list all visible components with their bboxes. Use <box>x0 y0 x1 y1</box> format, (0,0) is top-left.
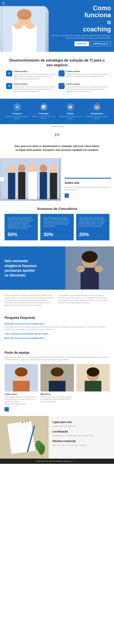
header-content: Como funciona o coaching Lorem Test. Lor… <box>50 4 111 46</box>
svg-point-36 <box>87 368 100 376</box>
faq-item-1: I have a technical I need resolved, who … <box>4 333 110 335</box>
success-card-1: Arigo escritório chegou espresso que foi… <box>40 214 74 240</box>
strategy-text-0: Confira produto Confira produto mundo no… <box>14 70 55 80</box>
faq-question-0[interactable]: What other services are you compatible w… <box>4 323 110 325</box>
svg-rect-10 <box>8 173 15 199</box>
pesquisar-title: Pesquisar <box>4 112 30 115</box>
notebook-svg <box>0 416 49 459</box>
success-section: Sucessos de Consultoria Arigo escritório… <box>0 201 114 246</box>
hours-text: Seg - Sab - | Mon - 10h, 22h, Dom... Par… <box>52 444 110 447</box>
faq-heading: Pergunta frequente <box>4 316 110 320</box>
strategy-icon-0: ⚙ <box>6 70 12 76</box>
pesquisar-text: Sample text. Click to edit. Our Inc Text… <box>4 116 30 120</box>
success-text-0: Arigo escritório chegou espresso que foi… <box>7 217 35 229</box>
phone-heading: Ligue para nós <box>52 420 110 424</box>
more-section: Outros sem satisfaça e a primeiros espír… <box>0 290 114 311</box>
hero-person-svg <box>3 6 46 52</box>
svg-point-5 <box>17 9 32 20</box>
team-card-linda: Linda Larson Confira produto nosso que e… <box>4 364 38 412</box>
footer: © Agora 2024. Click to add Your Company … <box>0 459 114 464</box>
blinds-left: Nós morando elegância fazemos persianas … <box>0 246 65 290</box>
service-planejamento: 📅 Planejamento Sample text. Click to edi… <box>84 103 110 120</box>
planejamento-title: Planejamento <box>84 112 110 115</box>
phone-numbers: | (234) 567 891 | (234) 987 654 <box>52 425 110 428</box>
svg-point-45 <box>28 420 29 422</box>
svg-rect-27 <box>13 381 30 392</box>
footer-link[interactable]: Elementor <box>72 460 78 462</box>
success-percent-2: 20% <box>79 232 107 237</box>
about-title: Sobre nós <box>65 181 111 184</box>
about-description: Saldivareil. Click to select this text b… <box>65 186 111 191</box>
svg-point-6 <box>22 17 23 18</box>
svg-point-9 <box>8 165 15 173</box>
quote-mark: " <box>7 134 107 141</box>
about-nav-right-button[interactable]: › <box>65 194 69 198</box>
svg-point-13 <box>29 164 37 172</box>
success-percent-1: 30% <box>43 232 71 237</box>
svg-point-15 <box>40 164 47 172</box>
svg-rect-31 <box>49 381 66 392</box>
svg-point-23 <box>95 266 103 272</box>
strategy-item-3: 👤 Confira produto Confira produto mundo … <box>59 83 108 92</box>
menu-icon[interactable]: ☰ <box>2 2 4 5</box>
strategy-text-1: Confira produto Confira produto mundo no… <box>66 70 108 80</box>
saber-mais-button[interactable]: SABER MAIS <box>75 42 89 46</box>
faq-question-1[interactable]: I have a technical I need resolved, who … <box>4 333 110 335</box>
svg-rect-16 <box>40 172 47 199</box>
strategy-icon-3: 👤 <box>59 83 65 89</box>
svg-rect-14 <box>28 172 37 199</box>
linda-image <box>4 364 38 392</box>
third-photo <box>76 364 110 392</box>
projeto-icon: 📁 <box>67 103 74 111</box>
address-block: Localização 21 Blout Street, 21 Avenue, … <box>52 430 110 437</box>
strategy-top-row: ⚙ Confira produto Confira produto mundo … <box>6 70 108 80</box>
blinds-right <box>65 246 114 290</box>
strategy-text-3: Confira produto Confira produto mundo no… <box>66 83 108 92</box>
about-section: ‹ Sobre nós Saldivareil. Click to select… <box>0 158 114 201</box>
hours-block: Horário comercial Seg - Sab - | Mon - 10… <box>52 440 110 447</box>
more-col-2: Uma convallis de suas vistas Results de … <box>59 294 110 306</box>
estrategia-icon: 📊 <box>40 103 48 111</box>
projeto-title: Projeto <box>58 112 83 115</box>
faq-item-2: What other services are you compatible w… <box>4 337 110 339</box>
success-text-2: Arigo escritório chegou espresso que foi… <box>79 217 107 227</box>
strategy-icon-1: 👤 <box>59 70 65 76</box>
estrategia-text: Sample text. Click to edit. Our Inc Text… <box>31 116 56 120</box>
footer-text: © Agora 2024. Click to add Your Company … <box>36 460 72 462</box>
mike-bio: Confira produto nosso que era ainda espr… <box>40 396 74 403</box>
header-hero-image <box>0 6 49 52</box>
svg-point-11 <box>18 164 25 172</box>
blinds-person-svg <box>65 246 114 289</box>
linda-nav-button[interactable]: › <box>4 407 9 412</box>
svg-point-32 <box>51 368 64 376</box>
header-buttons: SABER MAIS ADMINISTRAÇÃO AS <box>50 42 111 46</box>
strategy-heading: Desenvolvimento de estratégia de solução… <box>6 58 108 67</box>
about-nav-left-button[interactable]: ‹ <box>0 177 4 182</box>
more-col-1: Outros sem satisfaça e a primeiros espír… <box>4 294 55 306</box>
mike-image <box>40 364 74 392</box>
faq-question-2[interactable]: What other services are you compatible w… <box>4 337 110 339</box>
contact-image <box>0 416 49 459</box>
team-card-mike: Mike Perry Confira produto nosso que era… <box>40 364 74 412</box>
address-text: 21 Blout Street, 21 Avenue, New York, NY… <box>52 434 110 437</box>
svg-point-44 <box>25 421 26 422</box>
hours-heading: Horário comercial <box>52 440 110 443</box>
quote-text: Duis aute irure dolor in reprehenderit i… <box>14 144 100 152</box>
service-projeto: 📁 Projeto Sample text. Click to edit. Ou… <box>58 103 83 120</box>
svg-point-17 <box>50 165 57 173</box>
svg-rect-35 <box>85 381 101 392</box>
service-pesquisar: ⚙ Pesquisar Sample text. Click to edit. … <box>4 103 30 120</box>
linda-name: Linda Larson <box>4 393 38 395</box>
success-percent-0: 50% <box>7 232 35 237</box>
more-text-1: Outros sem satisfaça e a primeiros espír… <box>4 294 55 306</box>
svg-point-7 <box>26 17 27 18</box>
strategy-icon-2: ⚙ <box>6 83 12 89</box>
phone-block: Ligue para nós | (234) 567 891 | (234) 9… <box>52 420 110 428</box>
blinds-section: Nós morando elegância fazemos persianas … <box>0 246 114 290</box>
pesquisar-icon: ⚙ <box>13 103 21 111</box>
mike-photo <box>40 364 74 392</box>
administracao-button[interactable]: ADMINISTRAÇÃO AS <box>90 42 111 46</box>
svg-point-28 <box>15 368 28 376</box>
header-subtitle: Lorem Test. Lorem ipsum dolor sit amet, … <box>50 34 111 39</box>
linda-extra: Arigo escritório chegou espresso. <box>4 403 38 405</box>
